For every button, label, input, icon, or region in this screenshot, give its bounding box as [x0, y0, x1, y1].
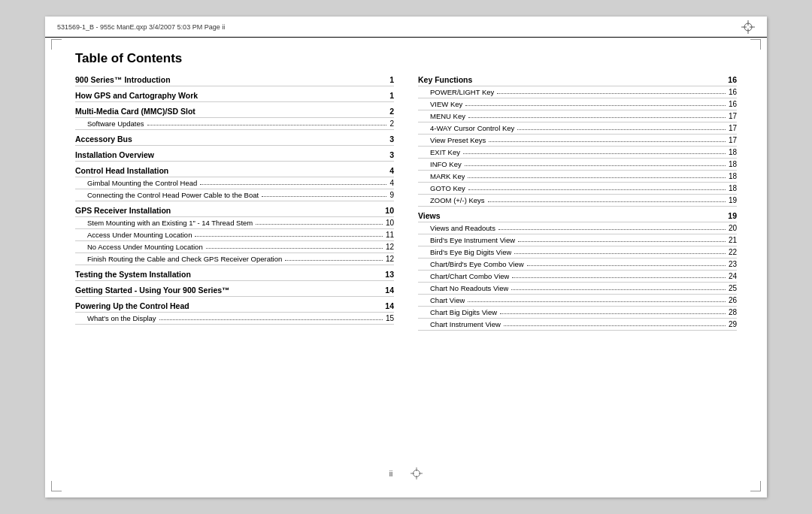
- toc-entry-label: Key Functions: [418, 75, 472, 84]
- toc-entry: 900 Series™ Introduction1: [75, 75, 394, 86]
- toc-entry: Chart/Chart Combo View24: [418, 272, 737, 283]
- toc-entry: Testing the System Installation13: [75, 270, 394, 281]
- toc-entry: What's on the Display15: [75, 314, 394, 325]
- toc-entry-label: GPS Receiver Installation: [75, 206, 171, 215]
- toc-entry: MENU Key17: [418, 112, 737, 122]
- toc-entry-page: 14: [385, 301, 394, 310]
- toc-dots: [527, 265, 726, 266]
- toc-entry: Access Under Mounting Location11: [75, 231, 394, 241]
- toc-entry-page: 23: [729, 260, 737, 268]
- toc-entry-label: Testing the System Installation: [75, 270, 191, 279]
- toc-entry-label: What's on the Display: [75, 314, 156, 322]
- toc-entry: Accessory Bus3: [75, 135, 394, 146]
- toc-entry-label: Bird's Eye Big Digits View: [418, 248, 511, 256]
- toc-dots: [465, 165, 726, 166]
- toc-entry-label: Chart No Readouts View: [418, 284, 508, 292]
- page-title: Table of Contents: [75, 51, 737, 66]
- toc-entry: Getting Started - Using Your 900 Series™…: [75, 286, 394, 297]
- header-crosshair-icon: [741, 20, 755, 34]
- toc-entry-page: 19: [729, 196, 737, 204]
- toc-entry-label: Connecting the Control Head Power Cable …: [75, 191, 259, 199]
- toc-entry-page: 16: [729, 100, 737, 108]
- toc-dots: [195, 236, 382, 237]
- toc-entry-page: 9: [389, 191, 394, 199]
- toc-entry-label: Chart Big Digits View: [418, 308, 497, 316]
- toc-entry-label: Gimbal Mounting the Control Head: [75, 179, 197, 187]
- toc-entry-label: Multi-Media Card (MMC)/SD Slot: [75, 107, 195, 116]
- toc-dots: [512, 277, 725, 278]
- toc-entry: Bird's Eye Instrument View21: [418, 236, 737, 246]
- toc-entry-page: 17: [729, 112, 737, 120]
- toc-entry-page: 16: [728, 75, 737, 84]
- toc-entry: ZOOM (+/-) Keys19: [418, 196, 737, 207]
- toc-entry-label: No Access Under Mounting Location: [75, 243, 203, 251]
- toc-entry-label: Views and Readouts: [418, 224, 495, 232]
- toc-entry-label: INFO Key: [418, 160, 462, 168]
- toc-entry: Key Functions16: [418, 75, 737, 86]
- toc-entry-page: 20: [729, 224, 737, 232]
- toc-left-column: 900 Series™ Introduction1How GPS and Car…: [75, 75, 394, 464]
- toc-entry-label: Powering Up the Control Head: [75, 301, 189, 310]
- page-content: Table of Contents 900 Series™ Introducti…: [45, 38, 767, 497]
- toc-dots: [498, 229, 726, 230]
- toc-entry-page: 12: [386, 255, 394, 263]
- toc-entry-label: Chart View: [418, 296, 465, 304]
- toc-entry-page: 18: [729, 148, 737, 156]
- toc-entry: Chart View26: [418, 296, 737, 307]
- toc-entry-page: 2: [389, 107, 394, 116]
- toc-entry-label: How GPS and Cartography Work: [75, 91, 198, 100]
- toc-entry: View Preset Keys17: [418, 136, 737, 147]
- toc-entry-page: 18: [729, 172, 737, 180]
- toc-entry-page: 17: [729, 124, 737, 132]
- toc-entry: No Access Under Mounting Location12: [75, 243, 394, 253]
- toc-dots: [159, 319, 383, 320]
- toc-entry-page: 25: [729, 284, 737, 292]
- toc-entry-page: 26: [729, 296, 737, 304]
- toc-entry-page: 15: [386, 314, 394, 322]
- page-wrapper: 531569-1_B - 955c ManE.qxp 3/4/2007 5:03…: [45, 17, 767, 497]
- toc-dots: [488, 201, 726, 202]
- toc-dots: [518, 241, 726, 242]
- toc-dots: [468, 301, 726, 302]
- toc-entry-page: 3: [389, 150, 394, 159]
- toc-right-column: Key Functions16POWER/LIGHT Key16VIEW Key…: [418, 75, 737, 464]
- toc-entry: INFO Key18: [418, 160, 737, 171]
- toc-dots: [511, 289, 725, 290]
- toc-entry-label: Software Updates: [75, 119, 144, 128]
- toc-entry: Chart No Readouts View25: [418, 284, 737, 295]
- toc-entry-label: POWER/LIGHT Key: [418, 88, 494, 96]
- toc-entry-label: Chart Instrument View: [418, 320, 501, 328]
- toc-dots: [147, 125, 387, 125]
- toc-entry: Powering Up the Control Head14: [75, 301, 394, 313]
- toc-entry-page: 3: [389, 135, 394, 144]
- toc-dots: [514, 253, 726, 254]
- toc-entry-label: MARK Key: [418, 172, 465, 180]
- toc-entry: Finish Routing the Cable and Check GPS R…: [75, 255, 394, 265]
- toc-dots: [256, 224, 383, 225]
- page-footer: ii: [75, 464, 737, 484]
- toc-entry-page: 24: [729, 272, 737, 280]
- header-bar: 531569-1_B - 955c ManE.qxp 3/4/2007 5:03…: [45, 17, 767, 38]
- toc-entry: 4-WAY Cursor Control Key17: [418, 124, 737, 135]
- toc-entry-page: 12: [386, 243, 394, 251]
- toc-entry-page: 11: [386, 231, 394, 239]
- toc-entry-label: Finish Routing the Cable and Check GPS R…: [75, 255, 282, 263]
- toc-entry-page: 22: [729, 248, 737, 256]
- toc-entry-page: 18: [729, 184, 737, 192]
- toc-entry: Chart Instrument View29: [418, 320, 737, 331]
- toc-dots: [504, 325, 726, 326]
- toc-entry: Chart/Bird's Eye Combo View23: [418, 260, 737, 271]
- toc-entry-page: 10: [385, 206, 394, 215]
- toc-entry-label: Installation Overview: [75, 150, 154, 159]
- toc-dots: [285, 260, 383, 261]
- toc-entry-page: 28: [729, 308, 737, 316]
- toc-entry-label: Chart/Chart Combo View: [418, 272, 509, 280]
- toc-entry-page: 16: [729, 88, 737, 96]
- footer-crosshair-icon: [411, 467, 423, 479]
- toc-entry-label: Control Head Installation: [75, 166, 168, 175]
- toc-dots: [468, 117, 726, 118]
- toc-entry-label: GOTO Key: [418, 184, 465, 192]
- toc-container: 900 Series™ Introduction1How GPS and Car…: [75, 75, 737, 464]
- toc-entry: Control Head Installation4: [75, 166, 394, 177]
- toc-entry-page: 2: [389, 119, 394, 128]
